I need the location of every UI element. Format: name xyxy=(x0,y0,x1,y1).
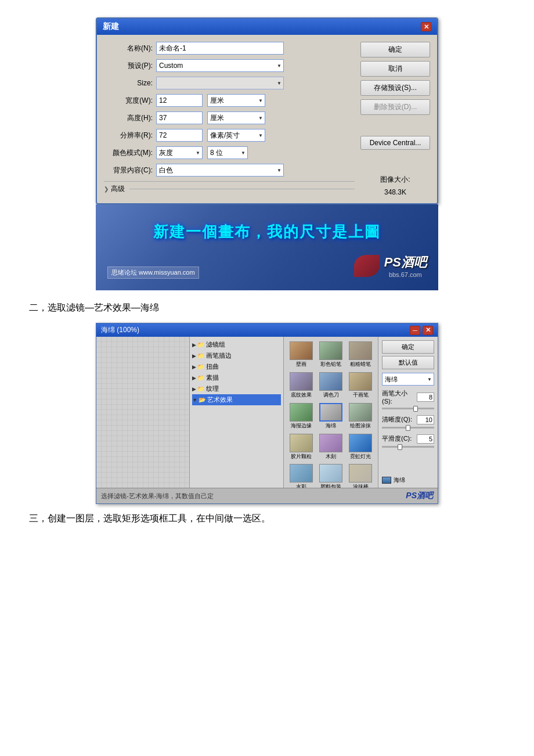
delete-preset-button[interactable]: 删除预设(D)... xyxy=(360,99,430,115)
tree-label: 纹理 xyxy=(206,384,219,393)
tree-folder-icon: 📁 xyxy=(197,375,204,381)
effect-thumb-sponge xyxy=(319,403,342,422)
effect-sponge[interactable]: 海绵 xyxy=(317,402,345,430)
effect-poster-edges[interactable]: 海报边缘 xyxy=(287,402,315,430)
effect-watercolor[interactable]: 水彩 xyxy=(287,463,315,488)
image-size-value: 348.3K xyxy=(360,188,430,196)
tree-folder-icon: 📁 xyxy=(197,386,204,392)
filter-reset-button[interactable]: 默认值 xyxy=(382,356,434,369)
param2-thumb[interactable] xyxy=(406,425,410,431)
dialog-form: 名称(N): 预设(P): Custom Si xyxy=(104,42,355,196)
tree-item-sketch[interactable]: ▶ 📁 素描 xyxy=(192,372,281,383)
tree-arrow-icon: ▶ xyxy=(192,386,196,392)
effect-plastic-wrap[interactable]: 塑料包装 xyxy=(317,463,345,488)
effect-smear-stick[interactable]: 涂抹棒 xyxy=(347,463,374,488)
height-unit-select[interactable]: 厘米 xyxy=(207,111,265,124)
param1-row: 画笔大小(S): xyxy=(382,389,434,405)
param1-slider[interactable] xyxy=(382,408,434,409)
tree-item-filtergroup[interactable]: ▶ 📁 滤镜组 xyxy=(192,339,281,350)
param3-slider[interactable] xyxy=(382,446,434,448)
effect-neon-glow[interactable]: 霓虹灯光 xyxy=(347,433,374,461)
advanced-line xyxy=(129,189,355,189)
tree-label: 滤镜组 xyxy=(206,340,225,349)
tree-arrow-icon: ▼ xyxy=(192,397,197,403)
name-input[interactable] xyxy=(156,42,284,55)
color-mode-wrapper: 灰度 xyxy=(156,146,203,159)
height-input[interactable] xyxy=(156,111,203,124)
effect-color-pencil[interactable]: 彩色铅笔 xyxy=(317,340,345,369)
resolution-unit-wrapper: 像素/英寸 xyxy=(205,129,265,142)
tree-folder-icon: 📁 xyxy=(197,363,204,370)
color-mode-select[interactable]: 灰度 xyxy=(156,146,203,159)
filter-ps-logo: PS酒吧 xyxy=(406,491,433,501)
effect-underpainting[interactable]: 底纹效果 xyxy=(287,371,315,399)
ps-logo-text: PS酒吧 xyxy=(384,254,427,271)
tree-label: 素描 xyxy=(206,373,219,382)
tree-arrow-icon: ▶ xyxy=(192,364,196,370)
advanced-row: ❯ 高级 xyxy=(104,181,355,196)
param3-thumb[interactable] xyxy=(398,444,402,450)
width-input[interactable] xyxy=(156,94,203,107)
resolution-label: 分辨率(R): xyxy=(104,131,156,141)
cancel-button[interactable]: 取消 xyxy=(360,61,430,77)
tree-item-distort[interactable]: ▶ 📁 扭曲 xyxy=(192,361,281,372)
resolution-unit-select[interactable]: 像素/英寸 xyxy=(207,129,265,142)
effect-label-plastic-wrap: 塑料包装 xyxy=(320,484,341,488)
filter-category-select[interactable]: 海绵 xyxy=(382,373,434,386)
param2-input[interactable] xyxy=(417,415,434,424)
effect-palette-knife[interactable]: 调色刀 xyxy=(317,371,345,399)
preset-select[interactable]: Custom xyxy=(156,59,284,72)
effect-label-sponge: 海绵 xyxy=(326,423,336,429)
ok-button[interactable]: 确定 xyxy=(360,42,430,57)
filter-ok-button[interactable]: 确定 xyxy=(382,340,434,354)
layers-area: 海绵 xyxy=(382,476,434,484)
canvas-title: 新建一個畫布，我的尺寸是上圖 xyxy=(107,222,427,242)
effect-smudge-stick[interactable]: 绘图涂抹 xyxy=(347,402,374,430)
size-select xyxy=(156,77,284,89)
effect-film-grain[interactable]: 胶片颗粒 xyxy=(287,433,315,461)
dialog-title: 新建 xyxy=(103,21,119,32)
dialog-buttons: 确定 取消 存储预设(S)... 删除预设(D)... Device Centr… xyxy=(360,42,430,196)
dialog-close-button[interactable]: ✕ xyxy=(421,22,431,31)
resolution-input[interactable] xyxy=(156,129,203,142)
tree-item-brushstroke[interactable]: ▶ 📁 画笔描边 xyxy=(192,350,281,361)
tree-item-artistic[interactable]: ▼ 📂 艺术效果 xyxy=(192,394,281,405)
advanced-label-text: 高级 xyxy=(111,184,125,194)
save-preset-button[interactable]: 存储预设(S)... xyxy=(360,80,430,96)
tree-label: 画笔描边 xyxy=(206,351,232,360)
effect-bihua[interactable]: 壁画 xyxy=(287,340,315,369)
size-row: Size: xyxy=(104,77,355,89)
param1-thumb[interactable] xyxy=(413,406,418,412)
bg-select[interactable]: 白色 xyxy=(156,164,284,177)
effect-thumb-poster-edges xyxy=(290,403,313,422)
filter-close-btn[interactable]: ✕ xyxy=(423,326,433,335)
bit-depth-select[interactable]: 8 位 xyxy=(207,146,248,159)
effects-grid: 壁画 彩色铅笔 粗糙蜡笔 底纹效果 xyxy=(287,340,374,488)
advanced-toggle[interactable]: ❯ 高级 xyxy=(104,184,125,194)
width-unit-select[interactable]: 厘米 xyxy=(207,94,265,107)
effect-cutout[interactable]: 木刻 xyxy=(317,433,345,461)
filter-preview xyxy=(96,337,190,488)
effect-rough-pastel[interactable]: 粗糙蜡笔 xyxy=(347,340,374,369)
filter-titlebar: 海绵 (100%) ─ ✕ xyxy=(96,323,438,337)
param3-group: 平滑度(C): xyxy=(382,434,434,450)
bit-depth-wrapper: 8 位 xyxy=(205,146,248,159)
effect-label-neon-glow: 霓虹灯光 xyxy=(350,453,371,460)
effect-thumb-underpainting xyxy=(290,372,313,391)
filter-minimize-btn[interactable]: ─ xyxy=(410,326,420,335)
bg-wrapper: 白色 xyxy=(156,164,284,177)
filter-dialog-title: 海绵 (100%) xyxy=(101,325,139,335)
effect-dry-brush[interactable]: 干画笔 xyxy=(347,371,374,399)
dialog-titlebar: 新建 ✕ xyxy=(97,19,437,35)
width-unit-wrapper: 厘米 xyxy=(205,94,265,107)
param2-slider[interactable] xyxy=(382,427,434,429)
effect-thumb-smear-stick xyxy=(349,464,372,483)
param3-input[interactable] xyxy=(417,434,434,444)
device-central-button[interactable]: Device Central... xyxy=(360,136,430,150)
param1-input[interactable] xyxy=(417,393,434,402)
height-unit-wrapper: 厘米 xyxy=(205,111,265,124)
height-label: 高度(H): xyxy=(104,113,156,123)
effect-thumb-cutout xyxy=(319,434,342,452)
effect-label-color-pencil: 彩色铅笔 xyxy=(320,361,341,368)
tree-item-texture[interactable]: ▶ 📁 纹理 xyxy=(192,383,281,394)
